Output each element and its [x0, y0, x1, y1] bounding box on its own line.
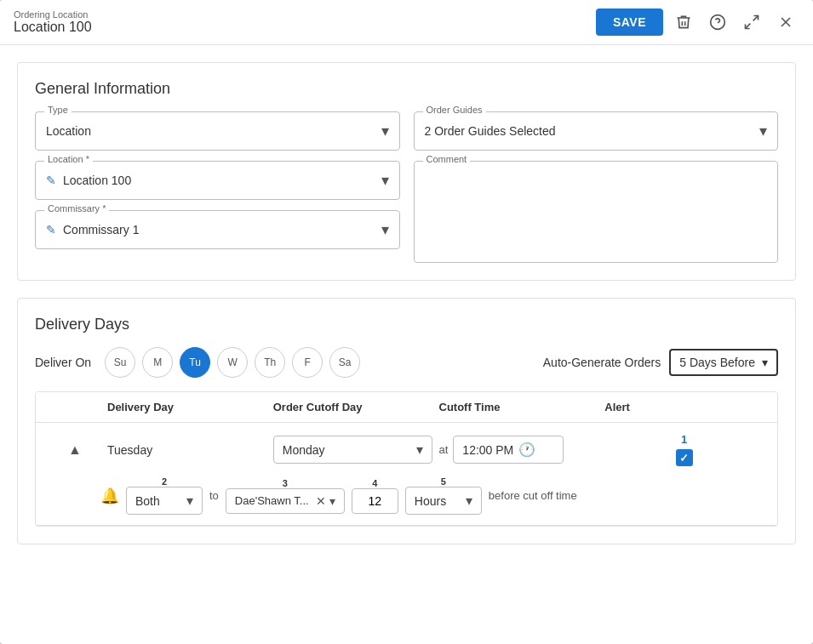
table-header: Delivery Day Order Cutoff Day Cutoff Tim…: [36, 392, 777, 423]
comment-label: Comment: [423, 154, 471, 164]
comment-field[interactable]: Comment: [414, 161, 779, 263]
commissary-dropdown-arrow: ▾: [381, 220, 389, 239]
alert-number: 1: [681, 433, 687, 446]
close-icon: [777, 14, 794, 31]
at-label: at: [439, 443, 449, 456]
table-col-cutoff-time: Cutoff Time: [439, 401, 598, 413]
type-select[interactable]: Location ▾: [46, 119, 389, 143]
cutoff-time-value: 12:00 PM: [462, 443, 513, 457]
day-btn-f[interactable]: F: [292, 347, 323, 378]
auto-generate-label: Auto-Generate Orders: [543, 356, 661, 369]
order-guides-dropdown-arrow: ▾: [759, 122, 767, 140]
modal-subtitle: Ordering Location: [14, 9, 92, 20]
recipient-value: Dae'Shawn T...: [235, 494, 312, 507]
commissary-edit-icon: ✎: [46, 223, 56, 237]
unit-value: Hours: [415, 494, 462, 508]
sub-both-col: 2 Both ▾: [126, 476, 203, 515]
help-icon: [709, 14, 726, 31]
day-btn-m[interactable]: M: [142, 347, 173, 378]
modal-header: Ordering Location Location 100 SAVE: [0, 0, 813, 45]
expand-button[interactable]: [738, 10, 765, 34]
sub-amount-col: 4 12: [352, 478, 398, 514]
commissary-select[interactable]: ✎ Commissary 1 ▾: [46, 218, 389, 242]
col-num-2: 2: [126, 476, 203, 487]
modal-container: Ordering Location Location 100 SAVE: [0, 0, 813, 644]
sub-recipient-col: 3 Dae'Shawn T... ✕ ▾: [226, 478, 345, 514]
location-select[interactable]: ✎ Location 100 ▾: [46, 168, 389, 192]
day-btn-w[interactable]: W: [217, 347, 248, 378]
day-btn-sa[interactable]: Sa: [329, 347, 360, 378]
recipient-arrow: ▾: [329, 494, 335, 508]
both-arrow: ▾: [186, 493, 193, 509]
unit-select[interactable]: Hours ▾: [405, 487, 482, 515]
auto-generate-select[interactable]: 5 Days Before ▾: [669, 349, 778, 376]
auto-generate-row: Auto-Generate Orders 5 Days Before ▾: [543, 349, 778, 376]
modal-body: General Information Type Location ▾ Loca…: [0, 45, 813, 644]
collapse-button[interactable]: ▲: [68, 442, 82, 458]
svg-line-2: [753, 16, 759, 21]
alert-checkbox[interactable]: [676, 449, 693, 466]
commissary-value: ✎ Commissary 1: [46, 223, 139, 237]
location-field[interactable]: Location * ✎ Location 100 ▾: [35, 161, 400, 200]
cutoff-time-field[interactable]: 12:00 PM 🕐: [453, 436, 564, 464]
general-information-section: General Information Type Location ▾ Loca…: [17, 62, 796, 281]
alert-col: 1: [604, 433, 764, 466]
recipient-field[interactable]: Dae'Shawn T... ✕ ▾: [226, 488, 345, 514]
cutoff-day-select[interactable]: Monday ▾: [273, 436, 432, 464]
general-right-col: Order Guides 2 Order Guides Selected ▾ C…: [414, 111, 779, 263]
order-guides-field[interactable]: Order Guides 2 Order Guides Selected ▾: [414, 111, 779, 151]
table-col-empty: [49, 401, 100, 413]
day-buttons: Su M Tu W Th F Sa: [105, 347, 360, 378]
col-num-5: 5: [405, 476, 482, 487]
delivery-table: Delivery Day Order Cutoff Day Cutoff Tim…: [35, 391, 778, 527]
bell-icon: 🔔: [100, 487, 119, 505]
trash-icon: [675, 14, 692, 31]
table-col-alert: Alert: [604, 401, 764, 413]
day-btn-th[interactable]: Th: [255, 347, 285, 378]
cutoff-day-arrow: ▾: [416, 442, 423, 458]
expand-icon: [743, 14, 760, 31]
general-section-title: General Information: [35, 80, 778, 98]
deliver-on-row: Deliver On Su M Tu W Th F Sa: [35, 347, 360, 378]
general-form-row: Type Location ▾ Location * ✎ Location 10…: [35, 111, 778, 263]
auto-generate-value: 5 Days Before: [679, 356, 755, 369]
commissary-label: Commissary *: [44, 203, 109, 214]
clock-icon: 🕐: [518, 442, 535, 458]
col-num-4: 4: [352, 478, 398, 488]
amount-input[interactable]: 12: [352, 488, 398, 514]
order-guides-select[interactable]: 2 Order Guides Selected ▾: [425, 119, 768, 143]
table-col-delivery-day: Delivery Day: [107, 401, 266, 413]
delivery-row-main: ▲ Tuesday Monday ▾ at 12: [49, 433, 764, 466]
clear-recipient-icon[interactable]: ✕: [316, 494, 326, 508]
general-left-col: Type Location ▾ Location * ✎ Location 10…: [35, 111, 400, 263]
modal-header-actions: SAVE: [596, 9, 799, 36]
location-label: Location *: [44, 154, 93, 164]
type-label: Type: [44, 105, 72, 115]
alert-sub-row: 🔔 2 Both ▾ to 3: [49, 476, 764, 515]
unit-arrow: ▾: [466, 493, 472, 509]
commissary-field[interactable]: Commissary * ✎ Commissary 1 ▾: [35, 210, 400, 249]
table-row: ▲ Tuesday Monday ▾ at 12: [36, 423, 777, 526]
help-button[interactable]: [704, 10, 731, 34]
both-value: Both: [135, 494, 183, 508]
comment-textarea[interactable]: [415, 162, 778, 262]
day-btn-tu[interactable]: Tu: [180, 347, 210, 378]
type-field[interactable]: Type Location ▾: [35, 111, 400, 151]
close-button[interactable]: [772, 10, 799, 34]
to-label: to: [209, 489, 219, 502]
table-col-cutoff-day: Order Cutoff Day: [273, 401, 432, 413]
delete-button[interactable]: [670, 10, 697, 34]
delivery-days-section: Delivery Days Deliver On Su M Tu W Th F …: [17, 298, 796, 544]
delivery-section-title: Delivery Days: [35, 316, 778, 333]
both-select[interactable]: Both ▾: [126, 487, 203, 515]
modal-title: Location 100: [14, 20, 92, 35]
deliver-on-label: Deliver On: [35, 356, 91, 369]
type-dropdown-arrow: ▾: [381, 122, 389, 140]
auto-generate-arrow: ▾: [762, 356, 768, 369]
order-guides-value: 2 Order Guides Selected: [425, 124, 556, 138]
location-value: ✎ Location 100: [46, 174, 131, 187]
type-value: Location: [46, 124, 91, 138]
day-btn-su[interactable]: Su: [105, 347, 135, 378]
save-button[interactable]: SAVE: [596, 9, 663, 36]
location-edit-icon: ✎: [46, 174, 56, 187]
